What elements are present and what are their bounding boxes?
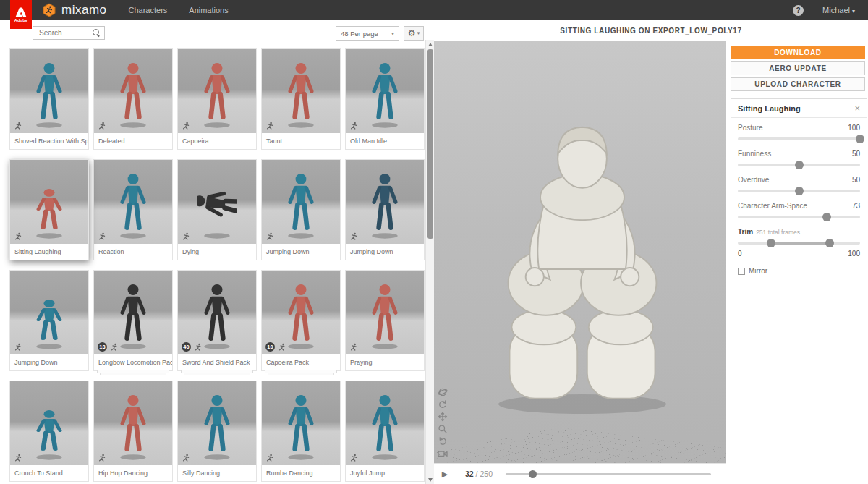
animation-card[interactable]: 40 Sword And Shield Pack (177, 270, 257, 371)
parameter-slider-row: Funniness 50 (738, 150, 860, 166)
animation-card-label: Old Man Idle (346, 133, 424, 149)
mirror-toggle[interactable]: Mirror (738, 267, 860, 275)
slider-thumb[interactable] (856, 135, 864, 143)
slider-track[interactable] (738, 137, 860, 140)
orbit-icon[interactable] (437, 387, 448, 397)
help-icon[interactable]: ? (793, 5, 804, 16)
animation-card[interactable]: Sitting Laughing (9, 159, 89, 260)
animation-card[interactable]: Taunt (261, 48, 341, 150)
slider-track[interactable] (738, 164, 860, 166)
animation-card-label: Dying (178, 244, 256, 260)
animation-card[interactable]: Reaction (93, 159, 173, 260)
running-man-icon (194, 343, 203, 352)
animation-card[interactable]: Capoeira (177, 48, 257, 150)
slider-track[interactable] (738, 190, 860, 192)
trim-end-thumb[interactable] (825, 239, 834, 247)
timeline-thumb[interactable] (529, 470, 537, 478)
play-icon: ▶ (442, 470, 448, 479)
slider-label: Posture (738, 124, 762, 132)
slider-thumb[interactable] (795, 187, 804, 195)
trim-section: Trim251 total frames 0 100 (738, 228, 860, 258)
timeline-slider[interactable] (506, 470, 711, 478)
parameter-slider-row: Overdrive 50 (738, 176, 860, 192)
animation-card[interactable]: Rumba Dancing (261, 381, 341, 482)
animation-card[interactable]: Defeated (93, 48, 173, 150)
animation-card[interactable]: Dying (177, 159, 257, 260)
pan-icon[interactable] (437, 412, 448, 422)
running-man-icon (265, 122, 274, 130)
brand-text: mixamo (61, 3, 107, 17)
animation-thumbnail (178, 160, 256, 244)
animation-card-label: Longbow Locomotion Pack (94, 354, 172, 370)
upload-character-button[interactable]: UPLOAD CHARACTER (731, 77, 865, 91)
frame-counter: 32 / 250 (465, 470, 493, 478)
slider-value: 50 (852, 150, 860, 158)
running-man-icon (182, 232, 190, 241)
mixamo-hexagon-icon (42, 3, 56, 17)
running-man-icon (278, 343, 286, 352)
animation-card[interactable]: Jumping Down (345, 159, 425, 260)
mirror-checkbox[interactable] (738, 268, 745, 275)
adobe-logo: Adobe (10, 0, 32, 29)
animation-card[interactable]: Crouch To Stand (9, 381, 89, 482)
slider-track[interactable] (738, 216, 860, 218)
animation-card[interactable]: Shoved Reaction With Spin (9, 48, 89, 150)
animation-card[interactable]: Hip Hop Dancing (93, 381, 173, 482)
animation-card[interactable]: Jumping Down (9, 270, 89, 371)
animation-card-label: Shoved Reaction With Spin (10, 133, 88, 149)
download-button[interactable]: DOWNLOAD (731, 46, 865, 59)
animation-card[interactable]: Jumping Down (261, 159, 341, 260)
slider-thumb[interactable] (795, 161, 804, 169)
preview-area: SITTING LAUGHING ON EXPORT_LOW_POLY17 (434, 20, 868, 484)
animation-thumbnail (10, 381, 88, 465)
per-page-select[interactable]: 48 Per page ▾ (336, 26, 399, 41)
camera-icon[interactable] (437, 449, 448, 459)
rotate-icon[interactable] (437, 399, 448, 409)
mixamo-logo[interactable]: mixamo (42, 3, 107, 17)
running-man-icon (14, 232, 22, 241)
search-input[interactable] (33, 29, 93, 37)
play-button[interactable]: ▶ (434, 464, 456, 484)
viewer-canvas[interactable] (434, 41, 726, 463)
running-man-icon (110, 343, 119, 352)
search-box (33, 26, 105, 40)
animation-card[interactable]: Silly Dancing (177, 381, 257, 482)
animation-card[interactable]: 13 Longbow Locomotion Pack (93, 270, 173, 371)
settings-button[interactable]: ⚙ ▾ (404, 26, 424, 41)
animation-card-label: Rumba Dancing (262, 465, 340, 481)
gear-icon: ⚙ (408, 29, 416, 38)
animation-card[interactable]: Old Man Idle (345, 48, 425, 150)
library-scrollbar[interactable] (425, 40, 434, 484)
animation-card-label: Praying (346, 354, 424, 370)
animation-card[interactable]: Joyful Jump (345, 381, 425, 482)
trim-frames-note: 251 total frames (756, 229, 800, 236)
user-menu[interactable]: Michael▾ (822, 6, 855, 14)
aero-update-button[interactable]: AERO UPDATE (731, 61, 865, 75)
animation-card[interactable]: Praying (345, 270, 425, 371)
animation-card-label: Reaction (94, 244, 172, 260)
animation-thumbnail (10, 49, 88, 133)
zoom-icon[interactable] (437, 424, 448, 434)
animation-card[interactable]: 10 Capoeira Pack (261, 270, 341, 371)
trim-slider[interactable] (738, 242, 860, 245)
top-navbar: mixamo Characters Animations ? Michael▾ (0, 0, 868, 20)
running-man-icon (182, 122, 190, 130)
animation-thumbnail (346, 49, 424, 133)
animation-thumbnail (346, 271, 424, 354)
running-man-icon (98, 454, 106, 462)
scrollbar-thumb[interactable] (427, 49, 433, 239)
animation-thumbnail: 40 (178, 271, 256, 354)
nav-item-animations[interactable]: Animations (189, 6, 228, 14)
search-icon[interactable] (93, 29, 101, 37)
animation-card-label: Silly Dancing (178, 465, 256, 481)
animation-card-label: Sitting Laughing (10, 244, 88, 260)
reset-icon[interactable] (437, 436, 448, 446)
trim-start-thumb[interactable] (767, 239, 775, 247)
animation-thumbnail: 13 (94, 271, 172, 354)
close-icon[interactable]: × (854, 103, 860, 113)
animation-thumbnail (178, 381, 256, 465)
nav-item-characters[interactable]: Characters (129, 6, 168, 14)
control-sidebar: DOWNLOAD AERO UPDATE UPLOAD CHARACTER Si… (726, 41, 868, 484)
animation-thumbnail (262, 160, 340, 244)
slider-thumb[interactable] (822, 213, 831, 221)
